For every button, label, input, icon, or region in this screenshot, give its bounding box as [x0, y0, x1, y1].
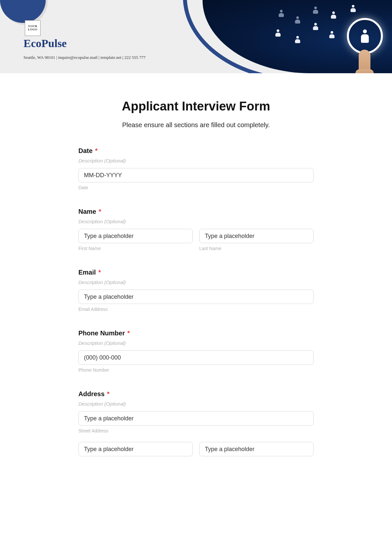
street-address-input[interactable]	[78, 411, 314, 426]
first-name-input[interactable]	[78, 229, 193, 243]
logo-placeholder: YOUR LOGO	[25, 20, 41, 36]
required-mark: *	[127, 329, 130, 337]
date-description[interactable]: Description (Optional)	[78, 158, 314, 163]
name-description[interactable]: Description (Optional)	[78, 219, 314, 224]
label-text: Email	[78, 269, 96, 276]
label-text: Date	[78, 147, 92, 154]
field-group-name: Name * Description (Optional) First Name…	[78, 208, 314, 251]
brand-name: EcoPulse	[24, 37, 67, 50]
field-group-date: Date * Description (Optional) Date	[78, 147, 314, 190]
required-mark: *	[107, 390, 110, 397]
email-description[interactable]: Description (Optional)	[78, 279, 314, 285]
label-text: Phone Number	[78, 329, 125, 337]
field-group-email: Email * Description (Optional) Email Add…	[78, 269, 314, 312]
name-label: Name *	[78, 208, 314, 215]
phone-sublabel: Phone Number	[78, 367, 314, 373]
phone-input[interactable]	[78, 350, 314, 365]
label-text: Name	[78, 208, 96, 215]
required-mark: *	[99, 208, 101, 215]
circle-accent	[0, 0, 46, 23]
phone-label: Phone Number *	[78, 329, 314, 337]
address-label: Address *	[78, 390, 314, 398]
label-text: Address	[78, 390, 105, 397]
header-banner: YOUR LOGO EcoPulse Seattle, WA 98101 | i…	[0, 0, 392, 73]
phone-description[interactable]: Description (Optional)	[78, 340, 314, 346]
email-label: Email *	[78, 269, 314, 276]
email-input[interactable]	[78, 290, 314, 304]
last-name-input[interactable]	[199, 229, 314, 243]
form-title: Applicant Interview Form	[78, 99, 314, 113]
form-subtitle: Please ensure all sections are filled ou…	[78, 121, 314, 129]
first-name-sublabel: First Name	[78, 246, 193, 251]
required-mark: *	[95, 147, 98, 154]
address-input-3[interactable]	[199, 442, 314, 456]
required-mark: *	[98, 269, 101, 276]
field-group-phone: Phone Number * Description (Optional) Ph…	[78, 329, 314, 373]
form-container: Applicant Interview Form Please ensure a…	[62, 73, 330, 456]
brand-contact: Seattle, WA 98101 | inquire@ecopulse.mai…	[24, 55, 146, 60]
date-input[interactable]	[78, 168, 314, 182]
street-address-sublabel: Street Address	[78, 428, 314, 433]
email-sublabel: Email Address	[78, 307, 314, 312]
address-description[interactable]: Description (Optional)	[78, 401, 314, 407]
hero-arc	[183, 0, 392, 73]
date-sublabel: Date	[78, 185, 314, 190]
address-input-2[interactable]	[78, 442, 193, 456]
last-name-sublabel: Last Name	[199, 246, 314, 251]
date-label: Date *	[78, 147, 314, 155]
field-group-address: Address * Description (Optional) Street …	[78, 390, 314, 456]
